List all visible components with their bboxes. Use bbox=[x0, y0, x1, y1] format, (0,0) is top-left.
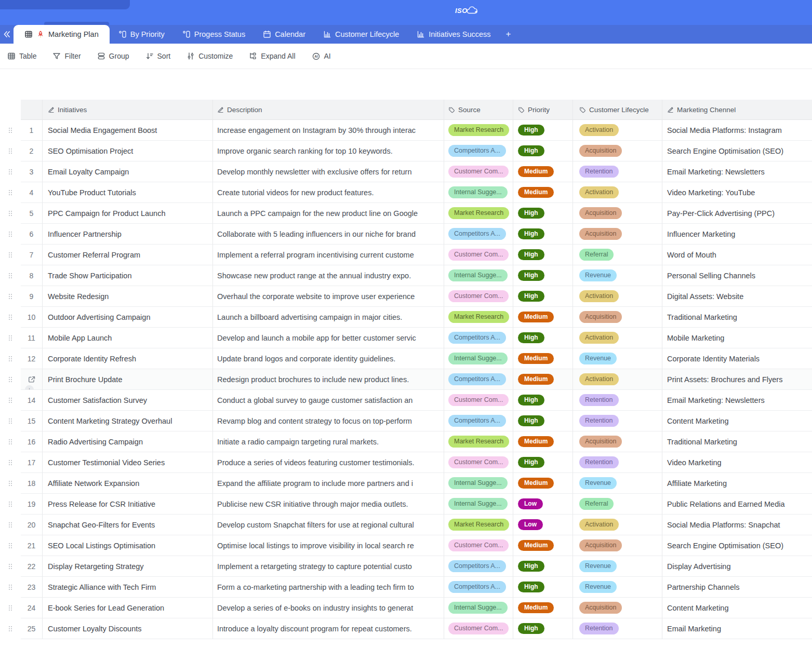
lifecycle-pill[interactable]: Activation bbox=[579, 519, 619, 530]
cell-source[interactable]: Market Research bbox=[444, 515, 513, 535]
table-row[interactable]: 23Strategic Alliance with Tech FirmForm … bbox=[0, 577, 812, 598]
row-drag-handle[interactable] bbox=[0, 120, 21, 141]
cell-priority[interactable]: High bbox=[513, 328, 573, 348]
cell-initiative[interactable]: Affiliate Network Expansion bbox=[43, 473, 213, 494]
source-pill[interactable]: Internal Sugge... bbox=[448, 498, 508, 509]
priority-pill[interactable]: High bbox=[518, 145, 544, 157]
cell-marketing-channel[interactable]: Word of Mouth bbox=[662, 245, 812, 265]
add-view-tab[interactable]: + bbox=[500, 25, 517, 44]
priority-pill[interactable]: High bbox=[518, 249, 544, 261]
cell-description[interactable]: Redesign product brochures to include ne… bbox=[213, 369, 444, 390]
row-drag-handle[interactable] bbox=[0, 182, 21, 203]
lifecycle-pill[interactable]: Acquisition bbox=[579, 436, 622, 447]
lifecycle-pill[interactable]: Retention bbox=[579, 623, 619, 634]
priority-pill[interactable]: High bbox=[518, 228, 544, 240]
table-row[interactable]: 22Display Retargeting StrategyImplement … bbox=[0, 556, 812, 577]
row-number-cell[interactable]: 1 bbox=[21, 120, 43, 141]
cell-description[interactable]: Conduct a global survey to gauge custome… bbox=[213, 390, 444, 411]
cell-description[interactable]: Introduce a loyalty discount program for… bbox=[213, 618, 444, 639]
row-number-cell[interactable]: 3 bbox=[21, 161, 43, 182]
priority-pill[interactable]: High bbox=[518, 457, 544, 468]
cell-description[interactable]: Develop and launch a mobile app for bett… bbox=[213, 328, 444, 348]
source-pill[interactable]: Market Research bbox=[448, 311, 509, 322]
row-drag-handle[interactable] bbox=[0, 598, 21, 618]
cell-description[interactable]: Increase engagement on Instagram by 30% … bbox=[213, 120, 444, 141]
table-row[interactable]: 10Outdoor Advertising CampaignLaunch a b… bbox=[0, 307, 812, 328]
cell-marketing-channel[interactable]: Search Engine Optimisation (SEO) bbox=[662, 141, 812, 161]
cell-description[interactable]: Showcase new product range at the annual… bbox=[213, 265, 444, 286]
row-number-cell[interactable]: 11 bbox=[21, 328, 43, 348]
priority-pill[interactable]: Medium bbox=[518, 602, 554, 614]
row-number-cell[interactable]: 15 bbox=[21, 411, 43, 431]
row-drag-handle[interactable] bbox=[0, 577, 21, 598]
cell-marketing-channel[interactable]: Pay-Per-Click Advertising (PPC) bbox=[662, 203, 812, 224]
cell-source[interactable]: Market Research bbox=[444, 203, 513, 224]
row-drag-handle[interactable] bbox=[0, 307, 21, 328]
row-number-cell[interactable]: 8 bbox=[21, 265, 43, 286]
cell-source[interactable]: Competitors A... bbox=[444, 411, 513, 431]
toolbar-table-button[interactable]: Table bbox=[7, 52, 36, 60]
column-header-marketing-chennel[interactable]: Marketing Chennel bbox=[662, 100, 812, 120]
add-row-button[interactable]: + bbox=[25, 385, 34, 390]
cell-customer-lifecycle[interactable]: Revenue bbox=[573, 348, 662, 369]
cell-priority[interactable]: Medium bbox=[513, 348, 573, 369]
table-row[interactable]: 25Customer Loyalty DiscountsIntroduce a … bbox=[0, 618, 812, 639]
cell-source[interactable]: Internal Sugge... bbox=[444, 265, 513, 286]
row-number-cell[interactable]: 2 bbox=[21, 141, 43, 161]
cell-marketing-channel[interactable]: Corporate Identity Materials bbox=[662, 348, 812, 369]
priority-pill[interactable]: High bbox=[518, 582, 544, 593]
cell-marketing-channel[interactable]: Print Assets: Brochures and Flyers bbox=[662, 369, 812, 390]
cell-source[interactable]: Internal Sugge... bbox=[444, 182, 513, 203]
cell-description[interactable]: Launch a billboard advertising campaign … bbox=[213, 307, 444, 328]
cell-initiative[interactable]: Website Redesign bbox=[43, 286, 213, 307]
cell-source[interactable]: Internal Sugge... bbox=[444, 348, 513, 369]
source-pill[interactable]: Internal Sugge... bbox=[448, 353, 508, 364]
priority-pill[interactable]: High bbox=[518, 125, 544, 136]
cell-marketing-channel[interactable]: Content Marketing bbox=[662, 411, 812, 431]
table-row[interactable]: 24E-book Series for Lead GenerationDevel… bbox=[0, 598, 812, 618]
priority-pill[interactable]: Medium bbox=[518, 187, 554, 198]
row-number-cell[interactable]: 17 bbox=[21, 452, 43, 473]
cell-marketing-channel[interactable]: Traditional Marketing bbox=[662, 431, 812, 452]
cell-priority[interactable]: High bbox=[513, 556, 573, 577]
source-pill[interactable]: Internal Sugge... bbox=[448, 269, 508, 281]
row-number-cell[interactable]: 7 bbox=[21, 245, 43, 265]
toolbar-filter-button[interactable]: Filter bbox=[52, 52, 81, 60]
cell-description[interactable]: Develop monthly newsletter with exclusiv… bbox=[213, 161, 444, 182]
cell-customer-lifecycle[interactable]: Retention bbox=[573, 161, 662, 182]
cell-priority[interactable]: High bbox=[513, 452, 573, 473]
cell-customer-lifecycle[interactable]: Acquisition bbox=[573, 598, 662, 618]
lifecycle-pill[interactable]: Revenue bbox=[579, 560, 617, 572]
cell-priority[interactable]: Medium bbox=[513, 535, 573, 556]
cell-description[interactable]: Develop custom Snapchat filters for use … bbox=[213, 515, 444, 535]
cell-initiative[interactable]: Radio Advertising Campaign bbox=[43, 431, 213, 452]
cell-initiative[interactable]: Customer Testimonial Video Series bbox=[43, 452, 213, 473]
lifecycle-pill[interactable]: Retention bbox=[579, 166, 619, 177]
priority-pill[interactable]: High bbox=[518, 332, 544, 344]
cell-source[interactable]: Customer Com... bbox=[444, 452, 513, 473]
cell-priority[interactable]: Medium bbox=[513, 161, 573, 182]
cell-source[interactable]: Customer Com... bbox=[444, 618, 513, 639]
cell-initiative[interactable]: Trade Show Participation bbox=[43, 265, 213, 286]
cell-customer-lifecycle[interactable]: Retention bbox=[573, 411, 662, 431]
row-number-cell[interactable]: 18 bbox=[21, 473, 43, 494]
cell-source[interactable]: Competitors A... bbox=[444, 141, 513, 161]
row-number-cell[interactable]: 23 bbox=[21, 577, 43, 598]
cell-description[interactable]: Create tutorial videos for new product f… bbox=[213, 182, 444, 203]
priority-pill[interactable]: Medium bbox=[518, 166, 554, 178]
table-row[interactable]: 16Radio Advertising CampaignInitiate a r… bbox=[0, 431, 812, 452]
row-drag-handle[interactable] bbox=[0, 161, 21, 182]
cell-initiative[interactable]: Mobile App Launch bbox=[43, 328, 213, 348]
row-drag-handle[interactable] bbox=[0, 494, 21, 515]
source-pill[interactable]: Market Research bbox=[448, 519, 509, 530]
cell-source[interactable]: Market Research bbox=[444, 120, 513, 141]
cell-source[interactable]: Internal Sugge... bbox=[444, 598, 513, 618]
lifecycle-pill[interactable]: Activation bbox=[579, 124, 619, 136]
lifecycle-pill[interactable]: Activation bbox=[579, 373, 619, 385]
lifecycle-pill[interactable]: Referral bbox=[579, 249, 614, 260]
table-row[interactable]: 9Website RedesignOverhaul the corporate … bbox=[0, 286, 812, 307]
cell-description[interactable]: Form a co-marketing partnership with a l… bbox=[213, 577, 444, 598]
cell-marketing-channel[interactable]: Influencer Marketing bbox=[662, 224, 812, 245]
source-pill[interactable]: Competitors A... bbox=[448, 415, 506, 426]
cell-initiative[interactable]: E-book Series for Lead Generation bbox=[43, 598, 213, 618]
